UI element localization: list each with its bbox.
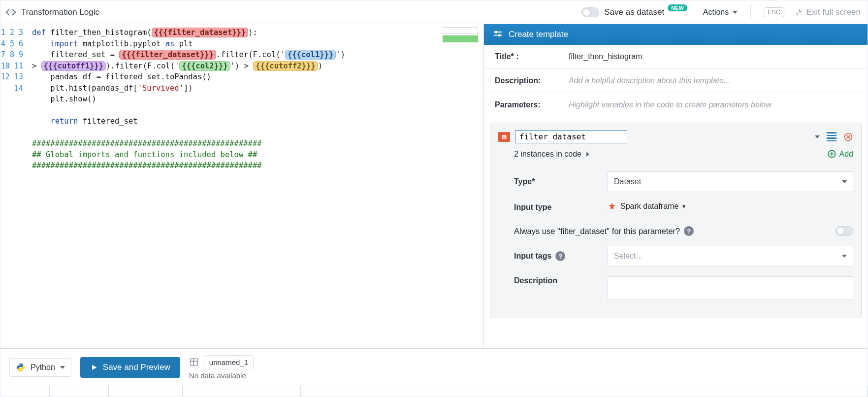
parameters-area: ▦ 2 instances in code — [484, 117, 868, 328]
line-gutter: 1 2 3 4 5 6 7 8 9 10 11 12 13 14 — [0, 24, 29, 348]
svg-marker-11 — [92, 364, 96, 370]
param-type-value: Dataset — [614, 177, 641, 186]
param-input-type-select[interactable]: Spark dataframe ▾ — [608, 202, 685, 212]
separator — [750, 5, 751, 19]
bottom-bar: Python Save and Preview unnamed_1 No dat… — [0, 348, 868, 386]
param-description-label: Description — [514, 276, 598, 285]
always-use-row: Always use "filter_dataset" for this par… — [498, 217, 853, 241]
parameter-name-input[interactable] — [515, 130, 627, 143]
param-chip-col2[interactable]: {{{col2}}} — [179, 61, 230, 71]
add-label: Add — [839, 150, 853, 159]
language-label: Python — [31, 363, 55, 372]
chevron-down-icon — [60, 366, 65, 369]
minimap[interactable] — [443, 27, 478, 44]
python-icon — [16, 363, 26, 372]
instances-count[interactable]: 2 instances in code — [514, 150, 581, 159]
template-panel: Create template Title* : filter_then_his… — [483, 24, 868, 348]
sliders-icon — [493, 30, 503, 39]
new-badge: NEW — [668, 4, 687, 11]
actions-menu[interactable]: Actions — [703, 8, 738, 17]
chevron-down-icon — [842, 180, 847, 183]
instances-row: 2 instances in code Add — [498, 143, 853, 166]
top-bar: Transformation Logic Save as dataset NEW… — [0, 0, 868, 24]
template-title-row: Title* : filter_then_histogram — [484, 45, 868, 69]
chevron-right-icon[interactable] — [586, 152, 589, 157]
param-chip-cutoff1[interactable]: {{{cutoff1}}} — [41, 61, 106, 71]
param-type-row: Type* Dataset — [498, 166, 853, 197]
param-input-tags-select[interactable]: Select... — [608, 246, 853, 266]
app-root: Transformation Logic Save as dataset NEW… — [0, 0, 868, 397]
spark-icon — [608, 202, 616, 211]
menu-icon[interactable] — [827, 132, 836, 141]
code-icon — [5, 7, 16, 18]
code-editor[interactable]: 1 2 3 4 5 6 7 8 9 10 11 12 13 14 def fil… — [0, 24, 483, 348]
language-select[interactable]: Python — [9, 358, 71, 377]
parameter-header: ▦ — [498, 130, 853, 143]
code-content[interactable]: def filter_then_histogram({{{filter_data… — [29, 24, 483, 348]
svg-point-1 — [495, 31, 497, 33]
main-area: 1 2 3 4 5 6 7 8 9 10 11 12 13 14 def fil… — [0, 24, 868, 348]
save-as-dataset-toggle[interactable] — [581, 7, 599, 17]
param-type-select[interactable]: Dataset — [608, 171, 853, 192]
add-instance-button[interactable]: Add — [827, 149, 853, 159]
param-chip-filter-dataset[interactable]: {{{filter_dataset}}} — [152, 28, 249, 37]
template-parameters-row: Parameters: Highlight variables in the c… — [484, 93, 868, 117]
output-area: unnamed_1 No data available — [189, 355, 254, 380]
exit-fullscreen-label: Exit full screen — [806, 7, 861, 17]
template-parameters-label: Parameters: — [495, 100, 559, 109]
no-data-label: No data available — [189, 371, 254, 380]
save-and-preview-label: Save and Preview — [103, 363, 170, 372]
parameter-card: ▦ 2 instances in code — [490, 123, 862, 318]
param-description-row: Description — [498, 271, 853, 305]
template-description-input[interactable]: Add a helpful description about this tem… — [569, 76, 730, 85]
template-description-row: Description: Add a helpful description a… — [484, 69, 868, 93]
status-bar — [0, 386, 868, 397]
delete-parameter-icon[interactable] — [843, 132, 853, 142]
template-panel-title: Create template — [509, 30, 568, 39]
dataset-icon: ▦ — [498, 132, 510, 142]
template-title-value[interactable]: filter_then_histogram — [569, 52, 642, 61]
param-input-tags-placeholder: Select... — [614, 252, 643, 261]
template-panel-header: Create template — [484, 24, 868, 45]
exit-fullscreen-button[interactable]: Exit full screen — [794, 7, 861, 17]
param-input-type-row: Input type Spark dataframe ▾ — [498, 197, 853, 217]
page-title: Transformation Logic — [21, 7, 99, 17]
template-description-label: Description: — [495, 76, 559, 85]
param-input-tags-row: Input tags ? Select... — [498, 241, 853, 271]
save-as-dataset-label: Save as dataset — [604, 7, 664, 17]
chevron-down-icon — [842, 255, 847, 258]
always-use-label: Always use "filter_dataset" for this par… — [514, 227, 680, 236]
esc-key-badge: ESC — [764, 7, 784, 17]
help-icon[interactable]: ? — [555, 251, 565, 261]
help-icon[interactable]: ? — [684, 226, 694, 236]
param-chip-cutoff2[interactable]: {{{cutoff2}}} — [253, 61, 318, 71]
template-title-label: Title* : — [495, 52, 559, 61]
chevron-down-icon[interactable] — [815, 135, 820, 138]
param-input-type-label: Input type — [514, 203, 598, 212]
param-chip-col1[interactable]: {{{col1}}} — [285, 50, 336, 60]
param-input-type-value: Spark dataframe — [620, 202, 678, 211]
actions-label: Actions — [703, 8, 729, 17]
svg-point-3 — [499, 34, 500, 36]
chevron-down-icon — [733, 11, 738, 14]
template-parameters-hint: Highlight variables in the code to creat… — [569, 100, 772, 109]
param-description-input[interactable] — [608, 276, 853, 300]
output-icon — [189, 357, 199, 367]
always-use-toggle[interactable] — [836, 226, 853, 236]
caret-down-icon: ▾ — [682, 203, 685, 210]
svg-marker-10 — [609, 202, 615, 210]
param-input-tags-label: Input tags ? — [514, 251, 598, 261]
save-and-preview-button[interactable]: Save and Preview — [80, 357, 180, 378]
svg-rect-12 — [190, 359, 197, 365]
param-chip-filter-dataset[interactable]: {{{filter_dataset}}} — [119, 50, 216, 60]
output-name-input[interactable]: unnamed_1 — [204, 355, 254, 369]
param-type-label: Type* — [514, 177, 598, 186]
